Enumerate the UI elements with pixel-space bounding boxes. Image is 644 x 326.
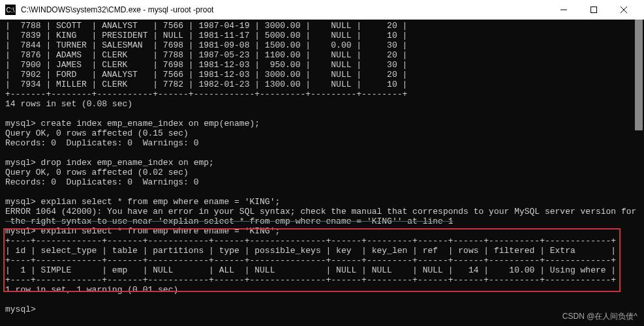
create-index-result-2: Records: 0 Duplicates: 0 Warnings: 0 — [5, 138, 639, 148]
drop-index-result-2: Records: 0 Duplicates: 0 Warnings: 0 — [5, 177, 639, 187]
emp-footer: 14 rows in set (0.08 sec) — [5, 99, 639, 109]
explain-footer: 1 row in set, 1 warning (0.01 sec) — [5, 285, 639, 295]
explain-header: | id | select_type | table | partitions … — [5, 246, 639, 256]
maximize-button[interactable] — [579, 0, 609, 20]
explain-sep-bot: +----+-------------+-------+------------… — [5, 275, 639, 285]
window-titlebar: C:\ C:\WINDOWS\system32\CMD.exe - mysql … — [0, 0, 644, 20]
close-button[interactable] — [609, 0, 639, 20]
explain-prompt: mysql> explain select * from emp where e… — [5, 226, 639, 236]
error-line-1: ERROR 1064 (42000): You have an error in… — [5, 207, 639, 216]
window-title: C:\WINDOWS\system32\CMD.exe - mysql -uro… — [21, 5, 549, 14]
emp-separator: +-------+--------+-----------+------+---… — [5, 89, 639, 99]
drop-index-prompt: mysql> drop index emp_ename_index on emp… — [5, 158, 639, 168]
explain-sep-top: +----+-------------+-------+------------… — [5, 236, 639, 246]
emp-table: | 7788 | SCOTT | ANALYST | 7566 | 1987-0… — [5, 21, 639, 89]
window-buttons — [549, 0, 639, 20]
minimize-button[interactable] — [549, 0, 579, 20]
svg-rect-1 — [591, 7, 597, 13]
create-index-result-1: Query OK, 0 rows affected (0.15 sec) — [5, 128, 639, 138]
terminal-output[interactable]: | 7788 | SCOTT | ANALYST | 7566 | 1987-0… — [0, 20, 644, 316]
create-index-prompt: mysql> create index emp_ename_index on e… — [5, 119, 639, 128]
drop-index-result-1: Query OK, 0 rows affected (0.02 sec) — [5, 168, 639, 177]
error-line-2: the right syntax to use near 'explian se… — [5, 216, 639, 226]
explain-sep-mid: +----+-------------+-------+------------… — [5, 256, 639, 265]
cmd-icon: C:\ — [5, 5, 16, 15]
explian-typo-prompt: mysql> explian select * from emp where e… — [5, 197, 639, 207]
mysql-prompt[interactable]: mysql> — [5, 304, 639, 314]
scrollbar-thumb[interactable] — [635, 20, 643, 130]
watermark: CSDN @在人间负债^ — [562, 311, 637, 322]
explain-row: | 1 | SIMPLE | emp | NULL | ALL | NULL |… — [5, 265, 639, 275]
